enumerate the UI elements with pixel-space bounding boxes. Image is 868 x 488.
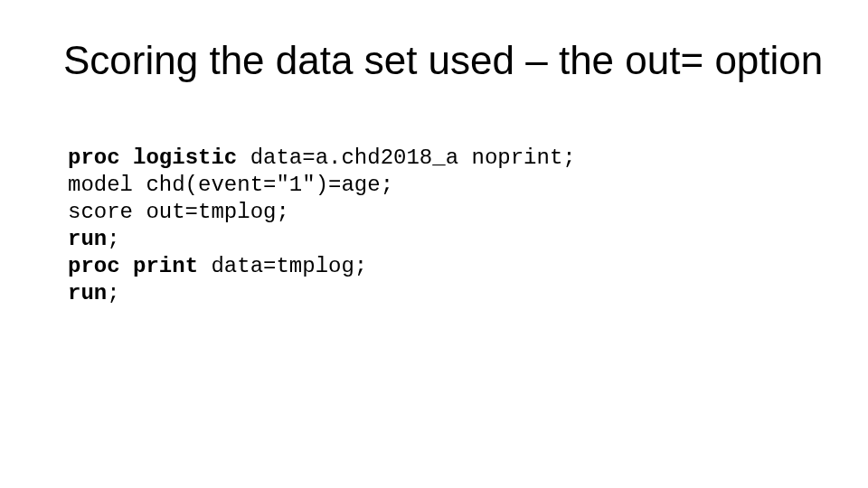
code-text: ; (107, 227, 119, 251)
code-kw-proc: proc (68, 254, 120, 278)
code-text: model chd(event="1")=age; (68, 173, 393, 197)
code-text: =a.chd2018_a noprint; (302, 145, 575, 170)
code-text: ; (107, 281, 119, 305)
code-text: score out=tmplog; (68, 200, 289, 224)
code-opt-data: data (211, 254, 263, 278)
code-kw-run: run (68, 227, 107, 251)
slide: Scoring the data set used – the out= opt… (0, 0, 868, 488)
code-block: proc logistic data=a.chd2018_a noprint; … (68, 145, 576, 307)
code-kw-run: run (68, 281, 107, 305)
code-kw-proc: proc (68, 145, 120, 170)
code-text: =tmplog; (263, 254, 367, 278)
code-kw-print: print (133, 254, 198, 278)
code-kw-logistic: logistic (133, 145, 237, 170)
code-opt-data: data (250, 145, 303, 170)
slide-title: Scoring the data set used – the out= opt… (63, 38, 823, 83)
